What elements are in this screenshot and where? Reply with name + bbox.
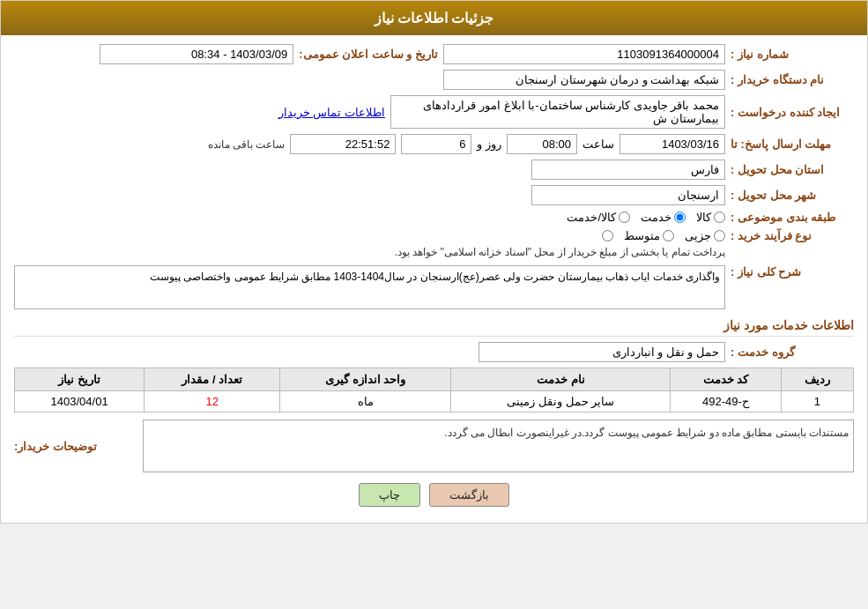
page-header: جزئیات اطلاعات نیاز (1, 1, 867, 35)
col-tarikh: تاریخ نیاز (15, 368, 145, 391)
radio-kala-khadamat[interactable] (619, 212, 630, 223)
tabaqe-label: طبقه بندی موضوعی : (731, 211, 854, 224)
mohlat-date: 1403/03/16 (619, 134, 725, 154)
radio-other[interactable] (602, 230, 613, 241)
mohlat-ersal-label: مهلت ارسال پاسخ: تا (731, 137, 854, 151)
tabaqe-kala[interactable]: کالا (696, 211, 725, 224)
shomare-niaz-value: 1103091364000004 (443, 44, 725, 64)
buttons-row: بازگشت چاپ (14, 483, 854, 507)
ostan-value: فارس (531, 160, 725, 180)
tarikh-value: 1403/03/09 - 08:34 (100, 44, 293, 64)
items-table: ردیف کد خدمت نام خدمت واحد اندازه گیری ت… (14, 368, 854, 412)
table-cell: 1403/04/01 (15, 391, 145, 412)
radio-kala-khadamat-label: کالا/خدمت (567, 211, 616, 224)
tarikh-label: تاریخ و ساعت اعلان عمومی: (299, 48, 438, 61)
table-row: 1ح-49-492سایر حمل ونقل زمینیماه121403/04… (15, 391, 854, 412)
col-nam: نام خدمت (451, 368, 671, 391)
table-cell: 12 (145, 391, 280, 412)
noe-farayand-radio-group: جزیی متوسط (395, 229, 725, 242)
khadamat-section-title: اطلاعات خدمات مورد نیاز (14, 318, 854, 337)
page-title: جزئیات اطلاعات نیاز (375, 11, 494, 26)
radio-motavasset[interactable] (663, 230, 674, 241)
shahr-value: ارسنجان (531, 185, 725, 205)
baqimande-label: ساعت باقی مانده (208, 138, 286, 151)
mohlat-baqimande: 22:51:52 (290, 134, 396, 154)
mohlat-roz-label: روز و (477, 137, 501, 151)
shahr-label: شهر محل تحویل : (731, 189, 854, 202)
ostan-label: استان محل تحویل : (731, 163, 854, 176)
ittilaat-tamas-link[interactable]: اطلاعات تماس خریدار (278, 106, 385, 119)
noe-other[interactable] (602, 230, 613, 241)
col-tedad: تعداد / مقدار (145, 368, 280, 391)
nam-dastgah-label: نام دستگاه خریدار : (731, 73, 854, 86)
radio-jozi-label: جزیی (685, 229, 711, 242)
sharh-value: واگذاری خدمات ایاب ذهاب بیمارستان حضرت و… (14, 265, 725, 309)
shomare-niaz-label: شماره نیاز : (731, 48, 854, 61)
table-cell: ماه (280, 391, 451, 412)
col-radif: ردیف (781, 368, 853, 391)
noe-farayand-text: پرداخت تمام یا بخشی از مبلغ خریدار از مح… (395, 246, 725, 258)
back-button[interactable]: بازگشت (429, 483, 509, 507)
radio-khadamat-label: خدمت (641, 211, 671, 224)
towsihat-value: مستندات بایستی مطابق ماده دو شرایط عمومی… (143, 420, 854, 472)
table-cell: ح-49-492 (671, 391, 781, 412)
sharh-label: شرح کلی نیاز : (731, 265, 854, 279)
ijad-konande-label: ایجاد کننده درخواست : (731, 106, 854, 119)
mohlat-saat-label: ساعت (582, 137, 614, 151)
ijad-konande-value: محمد باقر جاویدی کارشناس ساختمان-با ابلا… (390, 95, 725, 129)
radio-jozi[interactable] (714, 230, 725, 241)
radio-kala[interactable] (714, 212, 725, 223)
mohlat-saat: 08:00 (507, 134, 577, 154)
grouh-khadamat-label: گروه خدمت : (731, 345, 854, 359)
mohlat-roz: 6 (401, 134, 471, 154)
print-button[interactable]: چاپ (359, 483, 420, 507)
tabaqe-khadamat[interactable]: خدمت (641, 211, 686, 224)
table-cell: سایر حمل ونقل زمینی (451, 391, 671, 412)
col-kod: کد خدمت (671, 368, 781, 391)
towsihat-label: توضیحات خریدار: (14, 440, 137, 453)
radio-kala-label: کالا (696, 211, 711, 224)
tabaqe-kala-khadamat[interactable]: کالا/خدمت (567, 211, 630, 224)
grouh-khadamat-value: حمل و نقل و انبارداری (479, 342, 725, 362)
noe-jozi[interactable]: جزیی (685, 229, 725, 242)
tabaqe-radio-group: کالا خدمت کالا/خدمت (567, 211, 725, 224)
radio-khadamat[interactable] (674, 212, 686, 223)
table-cell: 1 (781, 391, 853, 412)
radio-motavasset-label: متوسط (624, 229, 660, 242)
nam-dastgah-value: شبکه بهداشت و درمان شهرستان ارسنجان (443, 70, 725, 90)
noe-farayand-label: نوع فرآیند خرید : (731, 229, 854, 242)
col-vahed: واحد اندازه گیری (280, 368, 451, 391)
noe-motavasset[interactable]: متوسط (624, 229, 674, 242)
